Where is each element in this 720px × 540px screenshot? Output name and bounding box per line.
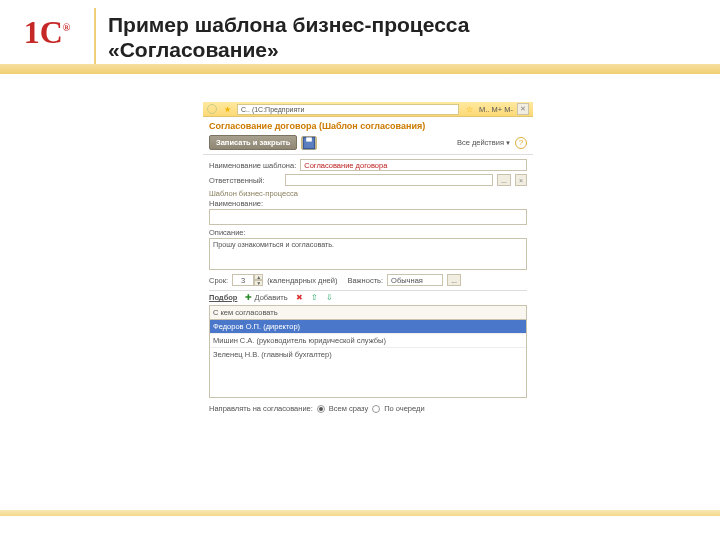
logo-1c: 1C® bbox=[0, 8, 94, 64]
deadline-label: Срок: bbox=[209, 276, 228, 285]
save-button[interactable] bbox=[301, 136, 317, 150]
list-item[interactable]: Зеленец Н.В. (главный бухгалтер) bbox=[210, 348, 526, 361]
svg-rect-1 bbox=[307, 137, 313, 141]
form-body: Наименование шаблона: Ответственный: ...… bbox=[203, 155, 533, 419]
memory-hint: М.. М+ М- bbox=[479, 105, 513, 114]
responsible-input[interactable] bbox=[285, 174, 493, 186]
close-icon[interactable]: ✕ bbox=[517, 103, 529, 115]
home-icon[interactable] bbox=[207, 104, 217, 114]
radio-seq-label: По очереди bbox=[384, 404, 424, 413]
send-mode-row: Направлять на согласование: Всем сразу П… bbox=[209, 404, 527, 413]
tab-select[interactable]: Подбор bbox=[209, 293, 237, 302]
responsible-label: Ответственный: bbox=[209, 176, 281, 185]
bp-template-label: Шаблон бизнес-процесса bbox=[209, 189, 527, 198]
importance-picker[interactable]: ... bbox=[447, 274, 461, 286]
responsible-picker[interactable]: ... bbox=[497, 174, 511, 186]
list-toolbar: Подбор ✚ Добавить ✖ ⇧ ⇩ bbox=[209, 290, 527, 305]
delete-button[interactable]: ✖ bbox=[296, 293, 303, 302]
save-close-button[interactable]: Записать и закрыть bbox=[209, 135, 297, 150]
deadline-unit: (календарных дней) bbox=[267, 276, 337, 285]
deadline-spinner[interactable]: ▲▼ bbox=[232, 274, 263, 286]
spin-down-icon[interactable]: ▼ bbox=[254, 280, 263, 286]
approvers-list: С кем согласовать Федоров О.П. (директор… bbox=[209, 305, 527, 398]
favorite-pin-icon[interactable]: ☆ bbox=[463, 104, 475, 115]
radio-seq[interactable] bbox=[372, 405, 380, 413]
gold-band-top bbox=[0, 64, 720, 74]
list-header: С кем согласовать bbox=[210, 306, 526, 320]
action-bar: Записать и закрыть Все действия▼ ? bbox=[203, 133, 533, 155]
app-toolbar: ★ С.. (1С:Предприяти ☆ М.. М+ М- ✕ bbox=[203, 102, 533, 117]
responsible-clear[interactable]: × bbox=[515, 174, 527, 186]
deadline-input[interactable] bbox=[232, 274, 254, 286]
description-label: Описание: bbox=[209, 228, 527, 237]
slide-title: Пример шаблона бизнес-процесса «Согласов… bbox=[108, 12, 469, 62]
help-button[interactable]: ? bbox=[515, 137, 527, 149]
name-label: Наименование: bbox=[209, 199, 527, 208]
template-name-input[interactable] bbox=[300, 159, 527, 171]
list-item[interactable]: Федоров О.П. (директор) bbox=[210, 320, 526, 334]
favorite-icon[interactable]: ★ bbox=[221, 104, 233, 115]
importance-label: Важность: bbox=[347, 276, 383, 285]
template-name-label: Наименование шаблона: bbox=[209, 161, 296, 170]
all-actions-link[interactable]: Все действия▼ bbox=[457, 138, 511, 147]
window-title: Согласование договора (Шаблон согласован… bbox=[203, 117, 533, 133]
address-bar[interactable]: С.. (1С:Предприяти bbox=[237, 104, 459, 115]
radio-all-label: Всем сразу bbox=[329, 404, 368, 413]
description-input[interactable]: Прошу ознакомиться и согласовать. bbox=[209, 238, 527, 270]
list-item[interactable]: Мишин С.А. (руководитель юридической слу… bbox=[210, 334, 526, 348]
tab-add[interactable]: ✚ Добавить bbox=[245, 293, 287, 302]
send-label: Направлять на согласование: bbox=[209, 404, 313, 413]
gold-band-bottom bbox=[0, 510, 720, 516]
importance-input[interactable] bbox=[387, 274, 443, 286]
move-up-button[interactable]: ⇧ bbox=[311, 293, 318, 302]
move-down-button[interactable]: ⇩ bbox=[326, 293, 333, 302]
slide-header: 1C® Пример шаблона бизнес-процесса «Согл… bbox=[0, 0, 720, 64]
list-empty-area[interactable] bbox=[210, 361, 526, 397]
app-window: ★ С.. (1С:Предприяти ☆ М.. М+ М- ✕ Согла… bbox=[203, 102, 533, 419]
radio-all[interactable] bbox=[317, 405, 325, 413]
name-input[interactable] bbox=[209, 209, 527, 225]
